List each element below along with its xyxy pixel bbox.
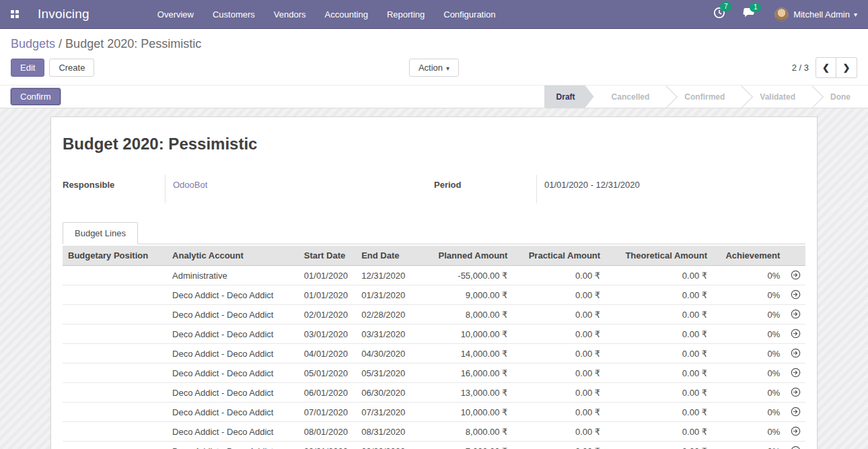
col-planned-amount[interactable]: Planned Amount <box>417 246 513 266</box>
message-count-badge: 1 <box>750 3 761 12</box>
table-row[interactable]: Deco Addict - Deco Addict 02/01/2020 02/… <box>63 305 805 324</box>
col-achievement[interactable]: Achievement <box>713 246 785 266</box>
menu-overview[interactable]: Overview <box>148 0 203 29</box>
col-open-record <box>785 246 805 266</box>
apps-menu-button[interactable] <box>0 0 30 28</box>
breadcrumb-separator: / <box>59 37 62 50</box>
table-row[interactable]: Deco Addict - Deco Addict 06/01/2020 06/… <box>63 383 805 403</box>
cell-start-date: 07/01/2020 <box>299 403 356 422</box>
table-row[interactable]: Deco Addict - Deco Addict 07/01/2020 07/… <box>63 403 805 422</box>
open-record-icon[interactable] <box>785 403 805 422</box>
menu-reporting[interactable]: Reporting <box>377 0 434 29</box>
tab-budget-lines[interactable]: Budget Lines <box>63 222 138 244</box>
cell-achievement: 0% <box>713 422 785 442</box>
form-view-background: Budget 2020: Pessimistic Responsible Odo… <box>0 108 868 449</box>
confirm-button[interactable]: Confirm <box>11 88 61 105</box>
menu-vendors[interactable]: Vendors <box>264 0 316 29</box>
cell-budgetary-position <box>63 344 167 364</box>
cell-achievement: 0% <box>713 364 785 383</box>
cell-budgetary-position <box>63 266 167 285</box>
cell-theoretical-amount: 0.00 ₹ <box>606 364 713 383</box>
table-row[interactable]: Deco Addict - Deco Addict 08/01/2020 08/… <box>63 422 805 442</box>
table-row[interactable]: Deco Addict - Deco Addict 09/01/2020 09/… <box>63 442 805 449</box>
cell-planned-amount: 16,000.00 ₹ <box>417 364 513 383</box>
responsible-value-link[interactable]: OdooBot <box>173 180 207 190</box>
edit-button[interactable]: Edit <box>11 59 44 77</box>
open-record-icon[interactable] <box>785 305 805 324</box>
open-record-icon[interactable] <box>785 266 805 285</box>
stage-done[interactable]: Done <box>813 85 868 108</box>
menu-customers[interactable]: Customers <box>203 0 264 29</box>
activities-button[interactable]: 7 <box>713 7 725 22</box>
cell-budgetary-position <box>63 383 167 403</box>
open-record-icon[interactable] <box>785 422 805 442</box>
cell-practical-amount: 0.00 ₹ <box>513 344 606 364</box>
cell-start-date: 09/01/2020 <box>299 442 356 449</box>
field-group: Responsible OdooBot Period 01/01/2020 - … <box>63 175 805 203</box>
cell-analytic-account: Deco Addict - Deco Addict <box>167 364 299 383</box>
col-start-date[interactable]: Start Date <box>299 246 356 266</box>
cell-planned-amount: -55,000.00 ₹ <box>417 266 513 285</box>
cell-end-date: 02/28/2020 <box>356 305 417 324</box>
col-analytic-account[interactable]: Analytic Account <box>167 246 299 266</box>
cell-practical-amount: 0.00 ₹ <box>513 324 606 344</box>
pager-previous-button[interactable]: ❮ <box>816 57 836 78</box>
col-theoretical-amount[interactable]: Theoretical Amount <box>606 246 713 266</box>
open-record-icon[interactable] <box>785 383 805 403</box>
cell-analytic-account: Deco Addict - Deco Addict <box>167 383 299 403</box>
cell-end-date: 03/31/2020 <box>356 324 417 344</box>
budget-lines-table: Budgetary Position Analytic Account Star… <box>63 246 805 449</box>
open-record-icon[interactable] <box>785 442 805 449</box>
activity-count-badge: 7 <box>720 2 731 11</box>
breadcrumb-current: Budget 2020: Pessimistic <box>65 37 201 50</box>
cell-theoretical-amount: 0.00 ₹ <box>606 285 713 305</box>
cell-practical-amount: 0.00 ₹ <box>513 305 606 324</box>
tab-strip: Budget Lines <box>63 222 805 244</box>
breadcrumb-budgets-link[interactable]: Budgets <box>11 37 55 50</box>
cell-analytic-account: Deco Addict - Deco Addict <box>167 403 299 422</box>
field-responsible: Responsible OdooBot <box>63 175 434 203</box>
cell-theoretical-amount: 0.00 ₹ <box>606 442 713 449</box>
table-row[interactable]: Deco Addict - Deco Addict 04/01/2020 04/… <box>63 344 805 364</box>
responsible-label: Responsible <box>63 175 165 203</box>
cell-practical-amount: 0.00 ₹ <box>513 383 606 403</box>
cell-budgetary-position <box>63 285 167 305</box>
cell-end-date: 05/31/2020 <box>356 364 417 383</box>
user-menu[interactable]: Mitchell Admin ▾ <box>774 7 857 22</box>
col-end-date[interactable]: End Date <box>356 246 417 266</box>
cell-end-date: 04/30/2020 <box>356 344 417 364</box>
cell-practical-amount: 0.00 ₹ <box>513 403 606 422</box>
user-name: Mitchell Admin <box>793 9 850 20</box>
cell-budgetary-position <box>63 324 167 344</box>
user-avatar <box>774 7 789 22</box>
main-menu: Overview Customers Vendors Accounting Re… <box>148 0 505 29</box>
col-budgetary-position[interactable]: Budgetary Position <box>63 246 167 266</box>
form-sheet: Budget 2020: Pessimistic Responsible Odo… <box>50 116 818 449</box>
table-row[interactable]: Deco Addict - Deco Addict 01/01/2020 01/… <box>63 285 805 305</box>
stage-draft[interactable]: Draft <box>544 85 594 108</box>
cell-theoretical-amount: 0.00 ₹ <box>606 403 713 422</box>
period-label: Period <box>434 175 536 203</box>
col-practical-amount[interactable]: Practical Amount <box>513 246 606 266</box>
pager-next-button[interactable]: ❯ <box>836 57 857 78</box>
menu-configuration[interactable]: Configuration <box>434 0 505 29</box>
cell-practical-amount: 0.00 ₹ <box>513 422 606 442</box>
table-row[interactable]: Deco Addict - Deco Addict 05/01/2020 05/… <box>63 364 805 383</box>
open-record-icon[interactable] <box>785 324 805 344</box>
create-button[interactable]: Create <box>49 59 94 77</box>
messages-button[interactable]: 1 <box>743 7 756 22</box>
cell-analytic-account: Deco Addict - Deco Addict <box>167 324 299 344</box>
cell-planned-amount: 10,000.00 ₹ <box>417 324 513 344</box>
open-record-icon[interactable] <box>785 364 805 383</box>
table-header-row: Budgetary Position Analytic Account Star… <box>63 246 805 266</box>
cell-end-date: 09/30/2020 <box>356 442 417 449</box>
menu-accounting[interactable]: Accounting <box>316 0 377 29</box>
table-row[interactable]: Administrative 01/01/2020 12/31/2020 -55… <box>63 266 805 285</box>
notebook: Budget Lines Budgetary Position Analytic… <box>63 222 805 449</box>
table-row[interactable]: Deco Addict - Deco Addict 03/01/2020 03/… <box>63 324 805 344</box>
app-brand[interactable]: Invoicing <box>30 7 98 22</box>
open-record-icon[interactable] <box>785 285 805 305</box>
action-dropdown-button[interactable]: Action▾ <box>409 59 459 77</box>
open-record-icon[interactable] <box>785 344 805 364</box>
cell-end-date: 01/31/2020 <box>356 285 417 305</box>
